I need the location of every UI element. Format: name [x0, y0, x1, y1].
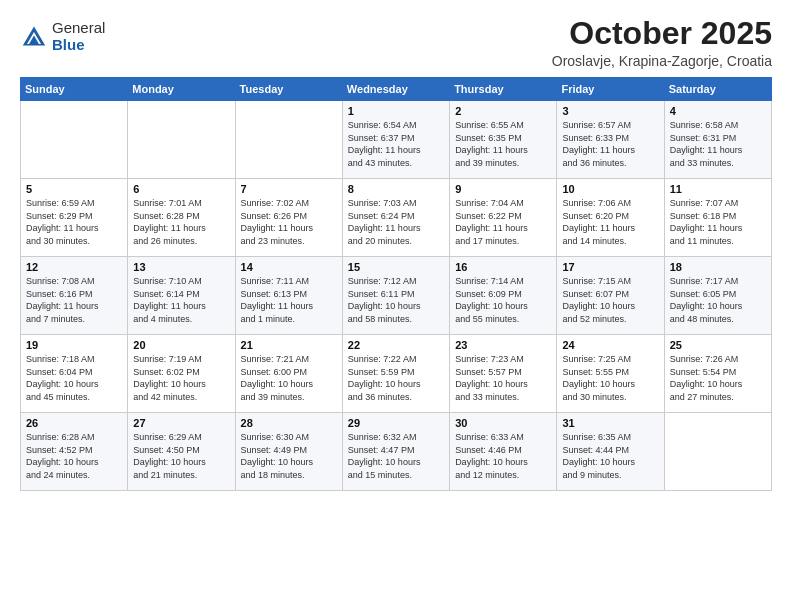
- day-info: Sunrise: 6:29 AM Sunset: 4:50 PM Dayligh…: [133, 431, 229, 481]
- calendar-cell: 24Sunrise: 7:25 AM Sunset: 5:55 PM Dayli…: [557, 335, 664, 413]
- calendar-cell: 14Sunrise: 7:11 AM Sunset: 6:13 PM Dayli…: [235, 257, 342, 335]
- weekday-header-thursday: Thursday: [450, 78, 557, 101]
- calendar-cell: 15Sunrise: 7:12 AM Sunset: 6:11 PM Dayli…: [342, 257, 449, 335]
- day-info: Sunrise: 6:54 AM Sunset: 6:37 PM Dayligh…: [348, 119, 444, 169]
- calendar-cell: 18Sunrise: 7:17 AM Sunset: 6:05 PM Dayli…: [664, 257, 771, 335]
- calendar-cell: 31Sunrise: 6:35 AM Sunset: 4:44 PM Dayli…: [557, 413, 664, 491]
- week-row-2: 5Sunrise: 6:59 AM Sunset: 6:29 PM Daylig…: [21, 179, 772, 257]
- day-number: 23: [455, 339, 551, 351]
- day-info: Sunrise: 7:22 AM Sunset: 5:59 PM Dayligh…: [348, 353, 444, 403]
- day-number: 28: [241, 417, 337, 429]
- calendar-cell: 20Sunrise: 7:19 AM Sunset: 6:02 PM Dayli…: [128, 335, 235, 413]
- calendar-cell: 21Sunrise: 7:21 AM Sunset: 6:00 PM Dayli…: [235, 335, 342, 413]
- day-number: 26: [26, 417, 122, 429]
- week-row-4: 19Sunrise: 7:18 AM Sunset: 6:04 PM Dayli…: [21, 335, 772, 413]
- day-info: Sunrise: 7:19 AM Sunset: 6:02 PM Dayligh…: [133, 353, 229, 403]
- day-info: Sunrise: 7:17 AM Sunset: 6:05 PM Dayligh…: [670, 275, 766, 325]
- day-number: 15: [348, 261, 444, 273]
- header-row: General Blue October 2025 Oroslavje, Kra…: [20, 16, 772, 69]
- calendar-cell: 28Sunrise: 6:30 AM Sunset: 4:49 PM Dayli…: [235, 413, 342, 491]
- weekday-header-row: SundayMondayTuesdayWednesdayThursdayFrid…: [21, 78, 772, 101]
- day-info: Sunrise: 6:59 AM Sunset: 6:29 PM Dayligh…: [26, 197, 122, 247]
- day-info: Sunrise: 7:10 AM Sunset: 6:14 PM Dayligh…: [133, 275, 229, 325]
- day-number: 4: [670, 105, 766, 117]
- day-number: 30: [455, 417, 551, 429]
- day-info: Sunrise: 6:58 AM Sunset: 6:31 PM Dayligh…: [670, 119, 766, 169]
- day-number: 22: [348, 339, 444, 351]
- calendar-cell: [128, 101, 235, 179]
- weekday-header-wednesday: Wednesday: [342, 78, 449, 101]
- day-number: 1: [348, 105, 444, 117]
- day-number: 7: [241, 183, 337, 195]
- day-number: 14: [241, 261, 337, 273]
- day-info: Sunrise: 7:25 AM Sunset: 5:55 PM Dayligh…: [562, 353, 658, 403]
- day-number: 17: [562, 261, 658, 273]
- weekday-header-saturday: Saturday: [664, 78, 771, 101]
- day-number: 9: [455, 183, 551, 195]
- day-info: Sunrise: 7:03 AM Sunset: 6:24 PM Dayligh…: [348, 197, 444, 247]
- calendar-cell: 13Sunrise: 7:10 AM Sunset: 6:14 PM Dayli…: [128, 257, 235, 335]
- calendar-cell: 4Sunrise: 6:58 AM Sunset: 6:31 PM Daylig…: [664, 101, 771, 179]
- weekday-header-monday: Monday: [128, 78, 235, 101]
- day-number: 18: [670, 261, 766, 273]
- logo-text: General Blue: [52, 20, 105, 53]
- day-info: Sunrise: 7:26 AM Sunset: 5:54 PM Dayligh…: [670, 353, 766, 403]
- calendar-cell: 10Sunrise: 7:06 AM Sunset: 6:20 PM Dayli…: [557, 179, 664, 257]
- calendar-container: General Blue October 2025 Oroslavje, Kra…: [0, 0, 792, 501]
- calendar-cell: [21, 101, 128, 179]
- calendar-cell: 12Sunrise: 7:08 AM Sunset: 6:16 PM Dayli…: [21, 257, 128, 335]
- day-number: 13: [133, 261, 229, 273]
- calendar-cell: 1Sunrise: 6:54 AM Sunset: 6:37 PM Daylig…: [342, 101, 449, 179]
- calendar-cell: 11Sunrise: 7:07 AM Sunset: 6:18 PM Dayli…: [664, 179, 771, 257]
- day-number: 19: [26, 339, 122, 351]
- day-number: 5: [26, 183, 122, 195]
- day-info: Sunrise: 7:23 AM Sunset: 5:57 PM Dayligh…: [455, 353, 551, 403]
- day-info: Sunrise: 7:11 AM Sunset: 6:13 PM Dayligh…: [241, 275, 337, 325]
- day-number: 8: [348, 183, 444, 195]
- week-row-1: 1Sunrise: 6:54 AM Sunset: 6:37 PM Daylig…: [21, 101, 772, 179]
- day-number: 12: [26, 261, 122, 273]
- day-info: Sunrise: 6:35 AM Sunset: 4:44 PM Dayligh…: [562, 431, 658, 481]
- calendar-cell: 5Sunrise: 6:59 AM Sunset: 6:29 PM Daylig…: [21, 179, 128, 257]
- day-info: Sunrise: 6:28 AM Sunset: 4:52 PM Dayligh…: [26, 431, 122, 481]
- weekday-header-sunday: Sunday: [21, 78, 128, 101]
- calendar-cell: 16Sunrise: 7:14 AM Sunset: 6:09 PM Dayli…: [450, 257, 557, 335]
- day-number: 2: [455, 105, 551, 117]
- day-number: 27: [133, 417, 229, 429]
- calendar-cell: 2Sunrise: 6:55 AM Sunset: 6:35 PM Daylig…: [450, 101, 557, 179]
- calendar-cell: 25Sunrise: 7:26 AM Sunset: 5:54 PM Dayli…: [664, 335, 771, 413]
- day-number: 20: [133, 339, 229, 351]
- calendar-cell: 19Sunrise: 7:18 AM Sunset: 6:04 PM Dayli…: [21, 335, 128, 413]
- day-number: 3: [562, 105, 658, 117]
- location: Oroslavje, Krapina-Zagorje, Croatia: [552, 53, 772, 69]
- day-info: Sunrise: 7:04 AM Sunset: 6:22 PM Dayligh…: [455, 197, 551, 247]
- day-info: Sunrise: 7:06 AM Sunset: 6:20 PM Dayligh…: [562, 197, 658, 247]
- day-number: 10: [562, 183, 658, 195]
- day-info: Sunrise: 6:55 AM Sunset: 6:35 PM Dayligh…: [455, 119, 551, 169]
- calendar-cell: 7Sunrise: 7:02 AM Sunset: 6:26 PM Daylig…: [235, 179, 342, 257]
- day-number: 6: [133, 183, 229, 195]
- week-row-5: 26Sunrise: 6:28 AM Sunset: 4:52 PM Dayli…: [21, 413, 772, 491]
- day-number: 31: [562, 417, 658, 429]
- day-info: Sunrise: 7:18 AM Sunset: 6:04 PM Dayligh…: [26, 353, 122, 403]
- calendar-cell: 23Sunrise: 7:23 AM Sunset: 5:57 PM Dayli…: [450, 335, 557, 413]
- calendar-cell: 27Sunrise: 6:29 AM Sunset: 4:50 PM Dayli…: [128, 413, 235, 491]
- calendar-cell: 30Sunrise: 6:33 AM Sunset: 4:46 PM Dayli…: [450, 413, 557, 491]
- calendar-cell: 17Sunrise: 7:15 AM Sunset: 6:07 PM Dayli…: [557, 257, 664, 335]
- day-info: Sunrise: 7:08 AM Sunset: 6:16 PM Dayligh…: [26, 275, 122, 325]
- week-row-3: 12Sunrise: 7:08 AM Sunset: 6:16 PM Dayli…: [21, 257, 772, 335]
- day-info: Sunrise: 6:32 AM Sunset: 4:47 PM Dayligh…: [348, 431, 444, 481]
- day-number: 25: [670, 339, 766, 351]
- calendar-cell: [235, 101, 342, 179]
- day-number: 21: [241, 339, 337, 351]
- day-info: Sunrise: 6:57 AM Sunset: 6:33 PM Dayligh…: [562, 119, 658, 169]
- day-info: Sunrise: 7:14 AM Sunset: 6:09 PM Dayligh…: [455, 275, 551, 325]
- day-info: Sunrise: 6:33 AM Sunset: 4:46 PM Dayligh…: [455, 431, 551, 481]
- calendar-cell: 6Sunrise: 7:01 AM Sunset: 6:28 PM Daylig…: [128, 179, 235, 257]
- day-number: 24: [562, 339, 658, 351]
- title-block: October 2025 Oroslavje, Krapina-Zagorje,…: [552, 16, 772, 69]
- logo-blue: Blue: [52, 37, 105, 54]
- weekday-header-friday: Friday: [557, 78, 664, 101]
- calendar-cell: 29Sunrise: 6:32 AM Sunset: 4:47 PM Dayli…: [342, 413, 449, 491]
- day-number: 16: [455, 261, 551, 273]
